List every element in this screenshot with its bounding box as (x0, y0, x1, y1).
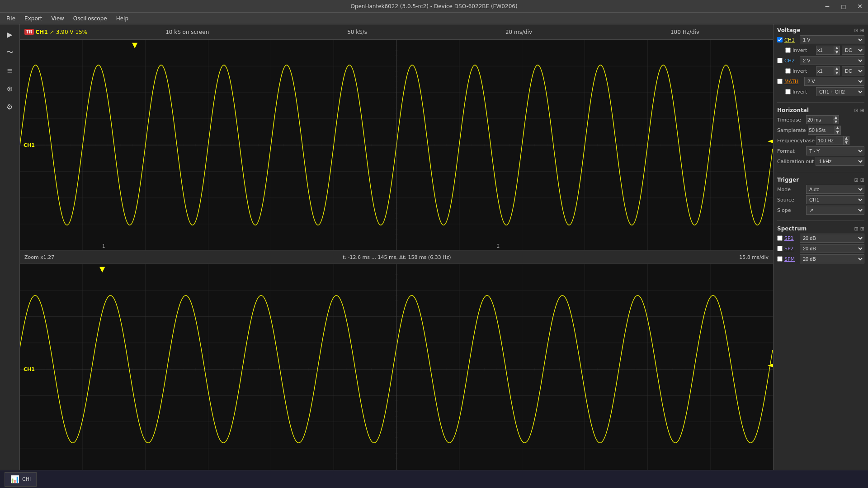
horizontal-icon2: ⊞ (860, 108, 864, 113)
trigger-header: Trigger ⊡ ⊞ (777, 177, 864, 183)
trigger-icons: ⊡ ⊞ (854, 177, 864, 183)
calout-select[interactable]: 1 kHz 500 Hz (816, 157, 864, 166)
ch1-invert-checkbox[interactable] (785, 47, 791, 53)
freqbase-label: Frequencybase (777, 138, 815, 144)
sp2-select[interactable]: 20 dB 10 dB (800, 244, 864, 253)
zoom-time-range: t: -12.6 ms ... 145 ms, Δt: 158 ms (6.33… (343, 254, 451, 260)
ch1-probe-spinbtns: ▲ ▼ (834, 46, 840, 55)
lower-ch1-label: CH1 (24, 366, 35, 372)
timebase-input[interactable] (806, 115, 833, 124)
timebase-down[interactable]: ▼ (833, 120, 839, 124)
ch2-checkbox[interactable] (777, 58, 783, 63)
measure-button[interactable]: ⚙ (3, 99, 17, 114)
ch2-invert-label[interactable]: Invert (785, 68, 812, 74)
menu-file[interactable]: File (2, 14, 20, 23)
menu-export[interactable]: Export (20, 14, 47, 23)
window-controls: − ◻ ✕ (819, 0, 868, 13)
spm-label[interactable]: SPM (784, 256, 798, 262)
voltage-header: Voltage ⊡ ⊞ (777, 27, 864, 33)
lower-scope-display[interactable]: CH1 ▼ ◄ (20, 264, 773, 474)
samplerate-up[interactable]: ▲ (835, 126, 841, 130)
maximize-button[interactable]: ◻ (835, 0, 852, 13)
sp1-checkbox[interactable] (777, 235, 783, 241)
freqbase-spinbtns: ▲ ▼ (843, 136, 849, 145)
sp2-label[interactable]: SP2 (784, 246, 798, 252)
trigger-icon2: ⊞ (860, 177, 864, 183)
trigger-mode-select[interactable]: Auto Normal Single (806, 185, 864, 194)
zoom-time-div: 15.8 ms/div (739, 254, 769, 260)
ch2-probe-input[interactable] (816, 66, 834, 75)
ch1-probe-input[interactable] (816, 46, 834, 55)
lines-button[interactable]: ≡ (3, 63, 17, 78)
timebase-up[interactable]: ▲ (833, 115, 839, 120)
taskbar-app-item[interactable]: 📊 CHI (5, 472, 37, 487)
freqbase-up[interactable]: ▲ (843, 136, 849, 141)
upper-ch1-label: CH1 (24, 142, 35, 148)
upper-scope-display[interactable]: CH1 ▼ ◄ 1 2 (20, 40, 773, 251)
menu-help[interactable]: Help (112, 14, 133, 23)
horizontal-icons: ⊡ ⊞ (854, 108, 864, 113)
ch2-probe-spinbtns: ▲ ▼ (834, 66, 840, 75)
ch2-invert-row: Invert ▲ ▼ DC AC GND (777, 66, 864, 75)
freqbase-down[interactable]: ▼ (843, 141, 849, 145)
ch1-percent: 15% (75, 29, 88, 35)
spectrum-title: Spectrum (777, 225, 807, 232)
math-formula-select[interactable]: CH1 + CH2 CH1 - CH2 CH1 * CH2 (816, 87, 864, 96)
spm-checkbox[interactable] (777, 256, 783, 262)
trigger-source-select[interactable]: CH1 CH2 (806, 195, 864, 204)
ch2-probe-group: ▲ ▼ (816, 66, 840, 75)
math-invert-label[interactable]: Invert (785, 89, 812, 95)
math-invert-row: Invert CH1 + CH2 CH1 - CH2 CH1 * CH2 (777, 87, 864, 96)
lower-scope-canvas (20, 264, 773, 474)
zoom-icon: ⊕ (7, 84, 13, 93)
ch2-probe-down[interactable]: ▼ (834, 71, 840, 75)
ch1-probe-group: ▲ ▼ (816, 46, 840, 55)
math-label[interactable]: MATH (784, 79, 802, 84)
ch1-coupling-select[interactable]: DC AC GND (842, 46, 864, 55)
scope-area: TR CH1 ↗ 3.90 V 15% 10 kS on screen 50 k… (20, 24, 773, 488)
timebase-group: ▲ ▼ (806, 115, 839, 124)
spm-select[interactable]: 20 dB 10 dB (800, 254, 864, 263)
ch2-label[interactable]: CH2 (784, 58, 798, 64)
ch1-invert-label[interactable]: Invert (785, 47, 812, 53)
ch1-probe-down[interactable]: ▼ (834, 50, 840, 55)
ch1-label[interactable]: CH1 (784, 37, 798, 43)
format-select[interactable]: T - Y X - Y (806, 146, 864, 155)
ch1-probe-up[interactable]: ▲ (834, 46, 840, 50)
ch1-voltage-select[interactable]: 1 V 2 V 500 mV (800, 35, 864, 44)
left-toolbar: ▶ 〜 ≡ ⊕ ⚙ (0, 24, 20, 488)
taskbar-icon: 📊 (10, 475, 19, 483)
freqbase-input[interactable] (816, 136, 844, 145)
scope-top-bar: TR CH1 ↗ 3.90 V 15% 10 kS on screen 50 k… (20, 24, 773, 40)
math-invert-checkbox[interactable] (785, 89, 791, 94)
calout-row: Calibration out 1 kHz 500 Hz (777, 157, 864, 166)
trigger-slope-select[interactable]: ↗ ↘ (806, 206, 864, 215)
zoom-level: Zoom x1.27 (24, 254, 54, 260)
ch1-voltage: 3.90 V (56, 29, 74, 35)
ch2-coupling-select[interactable]: DC AC GND (842, 66, 864, 75)
menu-oscilloscope[interactable]: Oscilloscope (69, 14, 112, 23)
calout-label: Calibration out (777, 159, 814, 164)
minimize-button[interactable]: − (819, 0, 835, 13)
timebase-spinbtns: ▲ ▼ (833, 115, 839, 124)
wave-button[interactable]: 〜 (3, 45, 17, 60)
math-voltage-select[interactable]: 2 V 1 V (804, 77, 864, 86)
math-checkbox[interactable] (777, 79, 783, 84)
sp1-label[interactable]: SP1 (784, 235, 798, 241)
spectrum-icon1: ⊡ (854, 226, 859, 232)
voltage-icon2: ⊞ (860, 28, 864, 33)
ch2-invert-checkbox[interactable] (785, 68, 791, 74)
sp2-checkbox[interactable] (777, 246, 783, 251)
play-button[interactable]: ▶ (3, 27, 17, 42)
ch1-checkbox[interactable] (777, 37, 783, 42)
samplerate-down[interactable]: ▼ (835, 130, 841, 135)
ch2-voltage-select[interactable]: 2 V 1 V 500 mV (800, 56, 864, 65)
sp1-select[interactable]: 20 dB 10 dB (800, 234, 864, 243)
samplerate-input[interactable] (808, 126, 835, 135)
zoom-button[interactable]: ⊕ (3, 81, 17, 96)
cursor1-label: 1 (102, 244, 105, 249)
ch2-probe-up[interactable]: ▲ (834, 66, 840, 71)
close-button[interactable]: ✕ (852, 0, 868, 13)
menu-view[interactable]: View (47, 14, 68, 23)
scope-header-info: 10 kS on screen 50 kS/s 20 ms/div 100 Hz… (96, 29, 769, 35)
